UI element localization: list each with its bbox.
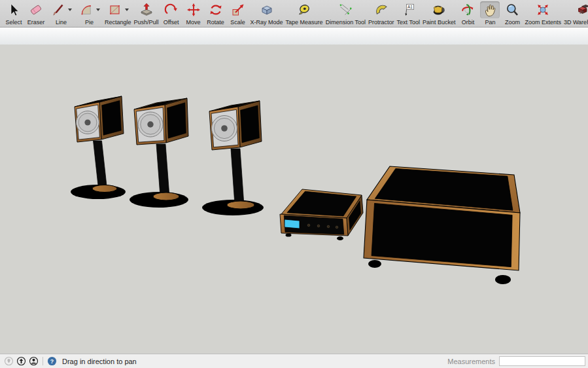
tool-label: Tape Measure <box>286 19 323 26</box>
tool-label: Offset <box>164 19 179 26</box>
measurements-input[interactable] <box>499 356 585 366</box>
protractor-icon <box>372 1 391 18</box>
tool-label: Move <box>186 19 201 26</box>
status-divider <box>43 357 43 365</box>
tool-label: Push/Pull <box>134 19 159 26</box>
tool-paint-bucket[interactable]: Paint Bucket <box>421 1 457 26</box>
tape-measure-icon <box>294 1 314 18</box>
tool-scale[interactable]: Scale <box>227 1 249 26</box>
viewport[interactable] <box>0 45 588 354</box>
tool-label: 3D Warehouse <box>564 19 588 26</box>
tool-dimension-tool[interactable]: Dimension Tool <box>324 1 367 26</box>
dropdown-caret-icon[interactable] <box>68 9 72 11</box>
tool-label: Dimension Tool <box>326 19 366 26</box>
line-icon <box>48 1 74 18</box>
svg-text:A1: A1 <box>407 5 413 9</box>
offset-icon <box>162 1 181 18</box>
tool-zoom-extents[interactable]: Zoom Extents <box>523 1 562 26</box>
tool-label: Pan <box>485 19 495 26</box>
tool-pan[interactable]: Pan <box>479 1 501 26</box>
toolbar-overflow-button[interactable]: » <box>579 7 583 16</box>
measurements-label: Measurements <box>447 358 495 365</box>
tool-protractor[interactable]: Protractor <box>367 1 396 26</box>
scale-icon <box>228 1 248 18</box>
tool-label: Protractor <box>368 19 394 26</box>
tool-label: Select <box>5 19 22 26</box>
status-hint: Drag in direction to pan <box>62 358 137 365</box>
claim-credit-icon[interactable] <box>16 356 26 366</box>
tool-push-pull[interactable]: Push/Pull <box>133 1 160 26</box>
tool-3d-warehouse[interactable]: 3D Warehouse <box>562 1 588 26</box>
geolocation-icon[interactable] <box>4 356 14 366</box>
tool-rotate[interactable]: Rotate <box>205 1 227 26</box>
toolbar-spacer <box>0 28 588 45</box>
tool-x-ray-mode[interactable]: X-Ray Mode <box>249 1 285 26</box>
rectangle-icon <box>105 1 131 18</box>
orbit-icon <box>458 1 477 18</box>
pie-icon <box>77 1 102 18</box>
rotate-icon <box>206 1 226 18</box>
tool-pie[interactable]: Pie <box>75 1 103 26</box>
tool-line[interactable]: Line <box>47 1 75 26</box>
tool-label: X-Ray Mode <box>251 19 283 26</box>
tool-label: Zoom Extents <box>525 19 561 26</box>
speaker-right[interactable] <box>202 101 264 215</box>
tool-label: Eraser <box>27 19 45 26</box>
svg-text:?: ? <box>50 358 54 365</box>
push-pull-icon <box>137 1 156 18</box>
help-icon[interactable]: ? <box>47 356 57 366</box>
move-icon <box>184 1 203 18</box>
amplifier[interactable] <box>280 189 363 240</box>
tool-label: Orbit <box>462 19 475 26</box>
dropdown-caret-icon[interactable] <box>125 9 129 11</box>
tool-rectangle[interactable]: Rectangle <box>103 1 133 26</box>
tool-orbit[interactable]: Orbit <box>457 1 479 26</box>
tool-move[interactable]: Move <box>182 1 205 26</box>
zoom-extents-icon <box>533 1 553 18</box>
status-bar: ? Drag in direction to pan Measurements <box>0 354 588 368</box>
tool-select[interactable]: Select <box>3 1 25 26</box>
dimension-tool-icon <box>336 1 355 18</box>
tool-label: Paint Bucket <box>423 19 456 26</box>
tool-label: Scale <box>230 19 245 26</box>
pan-icon <box>480 1 500 18</box>
status-icons: ? <box>3 356 58 366</box>
tool-label: Rotate <box>207 19 224 26</box>
tool-eraser[interactable]: Eraser <box>25 1 47 26</box>
toolbar: SelectEraserLinePieRectanglePush/PullOff… <box>0 0 588 28</box>
tool-label: Line <box>56 19 67 26</box>
dropdown-caret-icon[interactable] <box>96 9 100 11</box>
tool-label: Rectangle <box>105 19 131 26</box>
tool-label: Pie <box>85 19 94 26</box>
tool-label: Zoom <box>505 19 520 26</box>
tool-text-tool[interactable]: A1Text Tool <box>396 1 421 26</box>
x-ray-mode-icon <box>257 1 277 18</box>
paint-bucket-icon <box>429 1 449 18</box>
tool-tape-measure[interactable]: Tape Measure <box>285 1 324 26</box>
sign-in-icon[interactable] <box>29 356 39 366</box>
tool-label: Text Tool <box>397 19 420 26</box>
subwoofer[interactable] <box>364 166 520 284</box>
tool-zoom[interactable]: Zoom <box>501 1 523 26</box>
model-scene[interactable] <box>0 45 588 354</box>
speaker-left[interactable] <box>71 96 126 199</box>
eraser-icon <box>26 1 46 18</box>
select-icon <box>4 1 24 18</box>
zoom-icon <box>502 1 522 18</box>
tool-offset[interactable]: Offset <box>160 1 182 26</box>
text-tool-icon: A1 <box>398 1 418 18</box>
speaker-middle[interactable] <box>130 98 188 208</box>
